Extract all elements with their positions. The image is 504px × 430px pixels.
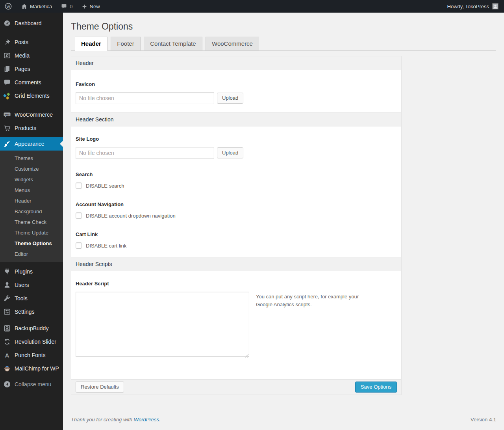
sidebar-item-label: Settings xyxy=(15,309,35,315)
new-label: New xyxy=(90,4,100,9)
appearance-brush-icon xyxy=(3,140,11,148)
plus-icon xyxy=(82,4,87,9)
dashboard-icon xyxy=(3,19,11,27)
version-text: Version 4.1 xyxy=(471,417,496,423)
main-content: Theme Options Header Footer Contact Temp… xyxy=(63,0,504,395)
grid-elements-icon xyxy=(3,92,11,100)
sidebar-item-comments[interactable]: Comments xyxy=(0,76,63,89)
sidebar-item-label: Dashboard xyxy=(15,20,42,26)
submenu-item-menus[interactable]: Menus xyxy=(0,185,63,195)
cycle-arrows-icon xyxy=(3,338,11,346)
user-icon xyxy=(3,281,11,289)
disable-cart-link-checkbox-label[interactable]: DISABLE cart link xyxy=(86,243,126,249)
submenu-item-widgets[interactable]: Widgets xyxy=(0,174,63,185)
sidebar-item-posts[interactable]: Posts xyxy=(0,35,63,49)
save-options-button[interactable]: Save Options xyxy=(355,382,397,393)
section-header-scripts: Header Scripts xyxy=(71,257,401,271)
submenu-item-theme-check[interactable]: Theme Check xyxy=(0,217,63,227)
page-footer: Thank you for creating with WordPress. V… xyxy=(63,417,504,423)
submenu-item-themes[interactable]: Themes xyxy=(0,153,63,164)
tab-bar: Header Footer Contact Template WooCommer… xyxy=(71,37,496,51)
site-logo-upload-button[interactable]: Upload xyxy=(217,147,243,158)
wordpress-logo-icon: W xyxy=(4,2,12,10)
sidebar-item-plugins[interactable]: Plugins xyxy=(0,265,63,278)
disable-account-nav-checkbox[interactable] xyxy=(76,212,82,219)
sidebar-item-label: Posts xyxy=(15,39,28,45)
sidebar-item-mailchimp[interactable]: MailChimp for WP xyxy=(0,362,63,375)
site-logo-field: Site Logo Upload xyxy=(76,136,397,159)
sidebar-item-users[interactable]: Users xyxy=(0,278,63,292)
sidebar-item-dashboard[interactable]: Dashboard xyxy=(0,17,63,30)
sidebar-item-pages[interactable]: Pages xyxy=(0,62,63,76)
wp-logo-menu[interactable]: W xyxy=(0,0,17,13)
search-label: Search xyxy=(76,171,397,178)
tab-footer[interactable]: Footer xyxy=(111,37,140,51)
home-icon xyxy=(21,3,28,10)
sidebar-item-label: MailChimp for WP xyxy=(15,365,59,372)
wordpress-admin: W Marketica 0 New xyxy=(0,0,504,430)
header-script-textarea[interactable] xyxy=(76,292,249,357)
sidebar-item-label: Grid Elements xyxy=(15,93,50,99)
section-header-section: Header Section xyxy=(71,112,401,127)
submenu-item-customize[interactable]: Customize xyxy=(0,164,63,174)
cart-icon xyxy=(3,124,11,132)
sidebar-item-backupbuddy[interactable]: BackupBuddy xyxy=(0,322,63,335)
cart-link-label: Cart Link xyxy=(76,231,397,238)
sidebar-item-punch-fonts[interactable]: A Punch Fonts xyxy=(0,348,63,362)
submenu-item-editor[interactable]: Editor xyxy=(0,249,63,259)
disable-search-checkbox[interactable] xyxy=(76,182,82,189)
section-header: Header xyxy=(71,56,401,70)
avatar xyxy=(492,3,498,9)
woocommerce-badge-icon: Woo xyxy=(3,111,11,119)
favicon-upload-button[interactable]: Upload xyxy=(217,93,243,104)
media-icon xyxy=(3,52,11,60)
site-logo-input[interactable] xyxy=(76,147,214,159)
howdy-text: Howdy, TokoPress xyxy=(447,4,489,9)
site-name-link[interactable]: Marketica xyxy=(17,0,56,13)
sidebar-item-label: WooCommerce xyxy=(15,112,53,118)
sidebar-item-woocommerce[interactable]: Woo WooCommerce xyxy=(0,108,63,121)
new-content-menu[interactable]: New xyxy=(77,0,104,13)
comments-icon xyxy=(3,78,11,86)
sidebar-item-label: Comments xyxy=(15,79,41,86)
footer-thanks-text: Thank you for creating with xyxy=(71,417,134,423)
account-navigation-label: Account Navigation xyxy=(76,201,397,208)
sidebar-item-label: BackupBuddy xyxy=(15,325,48,331)
sidebar-item-tools[interactable]: Tools xyxy=(0,292,63,305)
submenu-item-background[interactable]: Background xyxy=(0,206,63,217)
wrench-icon xyxy=(3,294,11,302)
collapse-menu-button[interactable]: Collapse menu xyxy=(0,378,63,391)
disable-account-nav-checkbox-label[interactable]: DISABLE account dropdown navigation xyxy=(86,213,176,219)
tab-contact-template[interactable]: Contact Template xyxy=(144,37,202,51)
sidebar-item-appearance[interactable]: Appearance xyxy=(0,137,63,151)
sidebar-item-label: Users xyxy=(15,282,29,288)
submenu-item-header[interactable]: Header xyxy=(0,195,63,206)
site-logo-label: Site Logo xyxy=(76,136,397,142)
mailchimp-monkey-icon xyxy=(3,365,11,372)
disable-search-checkbox-label[interactable]: DISABLE search xyxy=(86,183,124,189)
submenu-item-theme-update[interactable]: Theme Update xyxy=(0,227,63,238)
account-navigation-field: Account Navigation DISABLE account dropd… xyxy=(76,201,397,219)
admin-bar: W Marketica 0 New xyxy=(0,0,504,13)
favicon-label: Favicon xyxy=(76,81,397,87)
svg-text:W: W xyxy=(7,4,10,9)
sidebar-item-media[interactable]: Media xyxy=(0,49,63,62)
sidebar-item-settings[interactable]: Settings xyxy=(0,305,63,318)
tab-header[interactable]: Header xyxy=(75,37,107,51)
sidebar-item-revolution-slider[interactable]: Revolution Slider xyxy=(0,335,63,348)
tab-woocommerce[interactable]: WooCommerce xyxy=(206,37,259,51)
disable-cart-link-checkbox[interactable] xyxy=(76,242,82,249)
restore-defaults-button[interactable]: Restore Defaults xyxy=(76,382,124,393)
sidebar-item-grid-elements[interactable]: Grid Elements xyxy=(0,89,63,102)
my-account-menu[interactable]: Howdy, TokoPress xyxy=(442,0,504,13)
svg-text:Woo: Woo xyxy=(5,114,10,116)
sidebar-item-label: Plugins xyxy=(15,268,33,275)
favicon-input[interactable] xyxy=(76,92,214,104)
header-script-field: Header Script You can put any script her… xyxy=(76,281,397,358)
comments-shortcut[interactable]: 0 xyxy=(56,0,77,13)
cart-link-field: Cart Link DISABLE cart link xyxy=(76,231,397,249)
wordpress-link[interactable]: WordPress xyxy=(134,417,159,423)
page-title: Theme Options xyxy=(71,21,496,32)
sidebar-item-products[interactable]: Products xyxy=(0,121,63,135)
submenu-item-theme-options[interactable]: Theme Options xyxy=(0,238,63,249)
